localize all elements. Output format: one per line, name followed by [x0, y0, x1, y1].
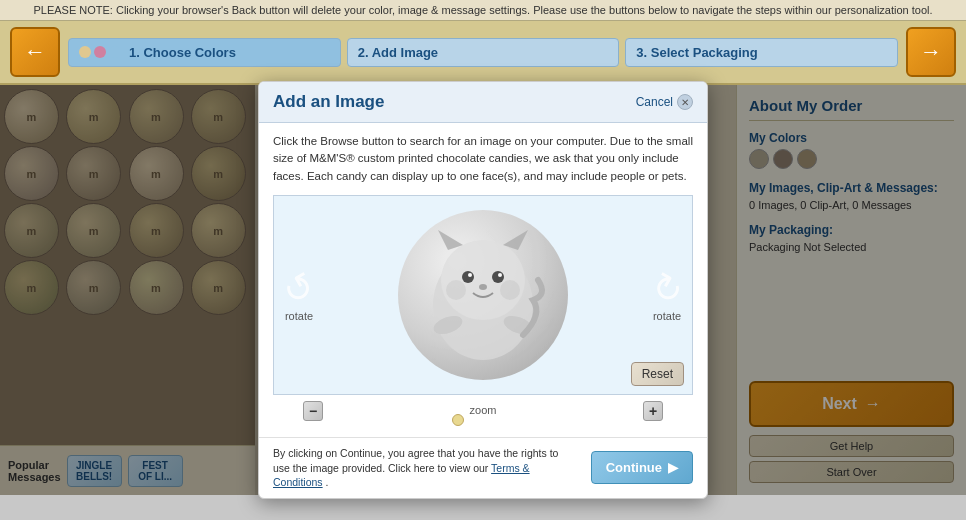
rotate-right-icon: ↻ — [644, 263, 691, 314]
footer-period: . — [326, 476, 329, 488]
main-content: m m m m m m m m m m m m m m m m Click on… — [0, 85, 966, 495]
step1-nav[interactable]: 1. Choose Colors — [68, 38, 341, 67]
zoom-plus-button[interactable]: + — [643, 401, 663, 421]
svg-point-9 — [446, 280, 466, 300]
candy-preview — [398, 210, 568, 380]
dot1 — [79, 46, 91, 58]
rotate-left-control[interactable]: ↺ rotate — [284, 268, 314, 322]
zoom-slider-thumb[interactable] — [452, 414, 464, 426]
step1-dots — [79, 46, 121, 58]
reset-button[interactable]: Reset — [631, 362, 684, 386]
forward-icon: → — [920, 39, 942, 65]
svg-point-5 — [492, 271, 504, 283]
back-icon: ← — [24, 39, 46, 65]
rotate-left-icon: ↺ — [276, 263, 323, 314]
svg-marker-3 — [503, 230, 528, 250]
svg-point-1 — [441, 240, 525, 320]
reset-label: Reset — [642, 367, 673, 381]
back-button[interactable]: ← — [10, 27, 60, 77]
notice-text: PLEASE NOTE: Clicking your browser's Bac… — [33, 4, 932, 16]
modal-footer: By clicking on Continue, you agree that … — [259, 437, 707, 498]
nav-steps: 1. Choose Colors 2. Add Image 3. Select … — [68, 38, 898, 67]
add-image-modal: Add an Image Cancel ✕ Click the Browse b… — [258, 81, 708, 499]
step2-nav[interactable]: 2. Add Image — [347, 38, 620, 67]
nav-bar: ← 1. Choose Colors 2. Add Image 3. Selec… — [0, 21, 966, 85]
svg-point-10 — [500, 280, 520, 300]
modal-header: Add an Image Cancel ✕ — [259, 82, 707, 123]
modal-overlay: Add an Image Cancel ✕ Click the Browse b… — [0, 85, 966, 495]
step3-label: 3. Select Packaging — [636, 45, 757, 60]
svg-point-6 — [468, 273, 472, 277]
pikachu-image — [418, 225, 548, 365]
forward-button[interactable]: → — [906, 27, 956, 77]
zoom-label: zoom — [470, 404, 497, 416]
notice-bar: PLEASE NOTE: Clicking your browser's Bac… — [0, 0, 966, 21]
image-editor: ↺ rotate — [273, 195, 693, 395]
modal-body: Click the Browse button to search for an… — [259, 123, 707, 437]
modal-close-button[interactable]: Cancel ✕ — [636, 94, 693, 110]
zoom-controls: − zoom + — [273, 401, 693, 421]
svg-point-4 — [462, 271, 474, 283]
zoom-minus-button[interactable]: − — [303, 401, 323, 421]
continue-button[interactable]: Continue ▶ — [591, 451, 693, 484]
footer-text: By clicking on Continue, you agree that … — [273, 446, 573, 490]
step1-label: 1. Choose Colors — [129, 45, 236, 60]
close-x-icon[interactable]: ✕ — [677, 94, 693, 110]
dot2 — [94, 46, 106, 58]
rotate-right-control[interactable]: ↻ rotate — [652, 268, 682, 322]
step3-nav[interactable]: 3. Select Packaging — [625, 38, 898, 67]
step2-label: 2. Add Image — [358, 45, 438, 60]
continue-arrow-icon: ▶ — [668, 460, 678, 475]
svg-point-8 — [479, 284, 487, 290]
continue-label: Continue — [606, 460, 662, 475]
modal-description: Click the Browse button to search for an… — [273, 133, 693, 185]
dot3 — [109, 46, 121, 58]
modal-title: Add an Image — [273, 92, 384, 112]
svg-point-7 — [498, 273, 502, 277]
cancel-label: Cancel — [636, 95, 673, 109]
svg-marker-2 — [438, 230, 463, 250]
